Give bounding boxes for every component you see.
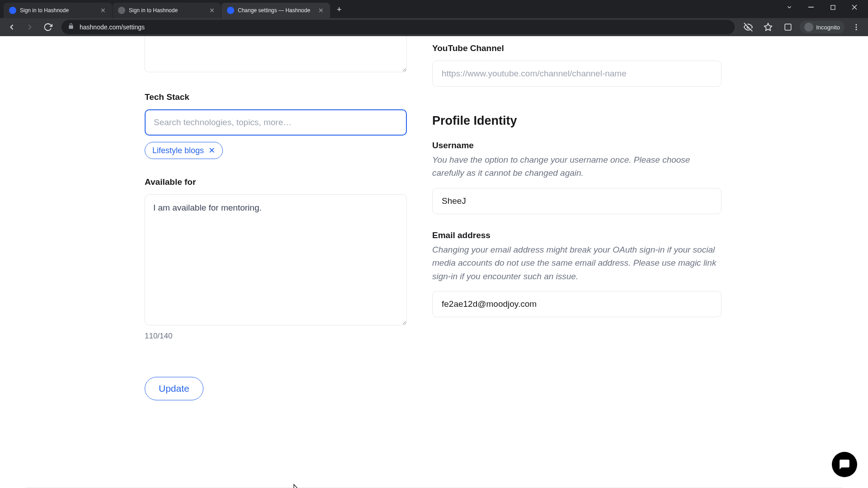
svg-marker-3 [764,23,772,31]
username-label: Username [432,141,722,150]
close-window-button[interactable] [844,0,864,14]
tab-favicon-icon [227,7,234,14]
maximize-button[interactable] [823,0,843,14]
tech-tag-label: Lifestyle blogs [152,146,204,155]
email-desc: Changing your email address might break … [432,243,722,283]
star-icon[interactable] [760,19,776,35]
forward-button[interactable] [22,19,38,35]
tab-title: Sign in to Hashnode [20,7,96,14]
eye-off-icon[interactable] [740,19,756,35]
chat-icon [839,459,850,470]
close-icon[interactable]: ✕ [99,7,107,14]
new-tab-button[interactable]: + [332,3,346,16]
email-input[interactable] [432,291,722,317]
email-label: Email address [432,230,722,240]
browser-tab-bar: Sign in to Hashnode ✕ Sign in to Hashnod… [0,0,868,18]
available-for-textarea[interactable] [145,194,407,325]
incognito-icon [804,23,813,32]
close-icon[interactable]: ✕ [317,7,325,14]
username-desc: You have the option to change your usern… [432,153,722,180]
tab-favicon-icon [9,7,16,14]
svg-rect-0 [808,7,814,8]
username-input[interactable] [432,188,722,214]
incognito-label: Incognito [816,24,840,31]
remove-tag-icon[interactable]: ✕ [208,145,215,155]
tech-stack-label: Tech Stack [145,92,407,102]
address-bar[interactable]: hashnode.com/settings [61,20,735,34]
tech-stack-input[interactable] [145,109,407,136]
extensions-icon[interactable] [780,19,796,35]
youtube-input[interactable] [432,61,722,87]
update-button[interactable]: Update [145,377,203,400]
tech-tag: Lifestyle blogs ✕ [145,142,223,159]
youtube-label: YouTube Channel [432,43,722,53]
url-text: hashnode.com/settings [80,23,728,31]
chevron-down-icon[interactable] [779,0,799,14]
lock-icon [68,23,74,31]
browser-tab[interactable]: Sign in to Hashnode ✕ [113,3,221,18]
close-icon[interactable]: ✕ [208,7,216,14]
svg-point-5 [856,24,857,25]
back-button[interactable] [4,19,20,35]
browser-toolbar: hashnode.com/settings Incognito [0,18,868,36]
tab-favicon-icon [118,7,125,14]
tab-title: Change settings — Hashnode [238,7,314,14]
browser-tab-active[interactable]: Change settings — Hashnode ✕ [222,3,330,18]
help-chat-button[interactable] [832,452,857,477]
profile-identity-title: Profile Identity [432,114,722,128]
about-textarea[interactable] [145,36,407,72]
svg-rect-4 [785,24,791,30]
svg-point-6 [856,27,857,28]
browser-tab[interactable]: Sign in to Hashnode ✕ [4,3,112,18]
menu-icon[interactable] [848,19,864,35]
minimize-button[interactable] [801,0,821,14]
reload-button[interactable] [40,19,56,35]
tab-title: Sign in to Hashnode [129,7,205,14]
svg-point-7 [856,29,857,30]
svg-rect-1 [830,5,835,9]
page-content: Tech Stack Lifestyle blogs ✕ Available f… [0,36,868,488]
available-for-label: Available for [145,177,407,187]
char-count: 110/140 [145,332,407,341]
incognito-badge[interactable]: Incognito [800,21,844,33]
